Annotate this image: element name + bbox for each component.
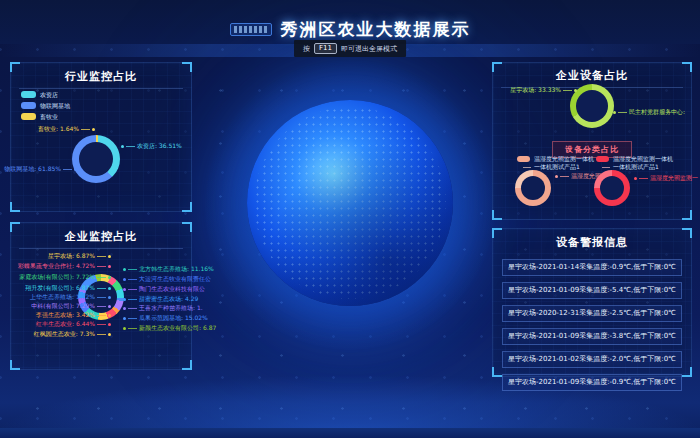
pie-label: 温湿度光照监测一 <box>634 175 698 181</box>
legend-swatch <box>596 156 609 162</box>
corner-decoration <box>682 62 692 72</box>
f11-keycap: F11 <box>314 43 337 54</box>
pie-label: 李强生态农场: 3.42% <box>36 312 111 318</box>
hint-prefix: 按 <box>303 44 310 54</box>
panel-title: 行业监控占比 <box>19 63 183 89</box>
legend-label: 物联网基地 <box>40 103 70 109</box>
globe-shading <box>247 100 453 306</box>
dashboard: 秀洲区农业大数据展示 按 F11 即可退出全屏模式 行业监控占比 农资店 物联网… <box>0 0 700 438</box>
pie-label: 瓜果示范园基地: 15.02% <box>123 315 208 321</box>
page-title: 秀洲区农业大数据展示 <box>281 18 471 41</box>
logo-badge-icon <box>230 23 272 36</box>
corner-decoration <box>492 62 502 72</box>
alarm-row: 星宇农场-2021-01-09采集温度:-0.9℃,低于下限:0℃ <box>502 374 682 391</box>
pie-label: 红丰生态农业: 6.44% <box>36 321 111 327</box>
panel-title: 设备警报信息 <box>501 229 683 254</box>
pie-label: 红枫园生态农业: 7.3% <box>34 331 111 337</box>
alarm-list: 星宇农场-2021-01-14采集温度:-0.9℃,低于下限:0℃ 星宇农场-2… <box>493 254 691 391</box>
legend-label: 农资店 <box>40 92 58 98</box>
corner-decoration <box>492 367 502 377</box>
industry-legend: 农资店 物联网基地 畜牧业 <box>21 91 70 124</box>
pie-label: 北方韩生态养殖场: 11.16% <box>123 266 214 272</box>
category-donut-chart-left[interactable] <box>515 170 551 206</box>
pie-label: 农资店: 36.51% <box>121 143 182 149</box>
alarm-row: 星宇农场-2021-01-02采集温度:-2.0℃,低于下限:0℃ <box>502 351 682 368</box>
legend-item[interactable]: 物联网基地 <box>21 102 70 109</box>
corner-decoration <box>682 228 692 238</box>
industry-monitor-panel: 行业监控占比 农资店 物联网基地 畜牧业 畜牧业: 1.64% 农资店: 36.… <box>10 62 192 212</box>
industry-donut-chart[interactable] <box>72 135 120 183</box>
legend-swatch <box>21 102 36 109</box>
device-ratio-panel: 企业设备占比 星宇农场: 33.33% 民主村党群服务中心: 设备分类占比 温湿… <box>492 62 692 220</box>
corner-decoration <box>492 210 502 220</box>
corner-decoration <box>182 202 192 212</box>
pie-label: 星宇农场: 6.87% <box>48 253 111 259</box>
corner-decoration <box>682 367 692 377</box>
corner-decoration <box>492 228 502 238</box>
legend-item[interactable]: 畜牧业 <box>21 113 70 120</box>
pie-label: 畜牧业: 1.64% <box>38 126 95 132</box>
corner-decoration <box>10 62 20 72</box>
legend-label: 畜牧业 <box>40 114 58 120</box>
alarm-row: 星宇农场-2021-01-14采集温度:-0.9℃,低于下限:0℃ <box>502 259 682 276</box>
alarm-row: 星宇农场-2021-01-09采集温度:-5.4℃,低于下限:0℃ <box>502 282 682 299</box>
fullscreen-hint-toast: 按 F11 即可退出全屏模式 <box>294 40 406 57</box>
corner-decoration <box>10 360 20 370</box>
legend-swatch <box>21 91 36 98</box>
legend-item[interactable]: 农资店 <box>21 91 70 98</box>
pie-label: 甜蜜蜜生态农场: 4.29 <box>123 296 198 302</box>
pie-label: 中科(有限公司): 7.29% <box>31 303 111 309</box>
device-alarm-panel: 设备警报信息 星宇农场-2021-01-14采集温度:-0.9℃,低于下限:0℃… <box>492 228 692 377</box>
legend-item[interactable]: 温湿度光照监测一体机 <box>517 156 594 162</box>
category-donut-chart-right[interactable] <box>594 170 630 206</box>
pie-label: 彩蝶果蔬专业合作社: 4.72% <box>18 263 111 269</box>
legend-swatch <box>517 156 530 162</box>
hint-suffix: 即可退出全屏模式 <box>341 44 397 54</box>
corner-decoration <box>682 210 692 220</box>
pie-label: 翔升发(有限公司): 6.87% <box>25 285 111 291</box>
pie-label: 家庭农场(有限公司): 7.72% <box>19 274 111 280</box>
legend-swatch <box>21 113 36 120</box>
pie-label: 新颜生态农业有限公司: 6.87 <box>123 325 216 331</box>
pie-label: 大运河生态牧业有限责任公 <box>123 276 211 282</box>
corner-decoration <box>182 222 192 232</box>
legend-item[interactable]: 温湿度光照监测一体机 <box>596 156 673 162</box>
pie-label: 王喜水产种苗养殖场: 1. <box>123 305 203 311</box>
header: 秀洲区农业大数据展示 <box>0 18 700 41</box>
pie-label: 星宇农场: 33.33% <box>510 87 577 93</box>
pie-label: 上华生态养殖场: 1.72% <box>30 294 111 300</box>
enterprise-monitor-panel: 企业监控占比 星宇农场: 6.87% 彩蝶果蔬专业合作社: 4.72% 家庭农场… <box>10 222 192 370</box>
corner-decoration <box>10 202 20 212</box>
legend-label: 温湿度光照监测一体机 <box>613 156 673 162</box>
panel-title: 企业监控占比 <box>19 223 183 249</box>
legend-label: 温湿度光照监测一体机 <box>534 156 594 162</box>
corner-decoration <box>10 222 20 232</box>
footer-strip <box>0 428 700 438</box>
pie-label: 物联网基地: 61.85% <box>4 166 77 172</box>
corner-decoration <box>182 360 192 370</box>
pie-label: 陶门生态农业科技有限公 <box>123 286 205 292</box>
alarm-row: 星宇农场-2021-01-09采集温度:-3.8℃,低于下限:0℃ <box>502 328 682 345</box>
corner-decoration <box>182 62 192 72</box>
pie-label: 民主村党群服务中心: <box>613 109 685 115</box>
alarm-row: 星宇农场-2020-12-31采集温度:-2.5℃,低于下限:0℃ <box>502 305 682 322</box>
globe-graphic <box>247 100 453 306</box>
